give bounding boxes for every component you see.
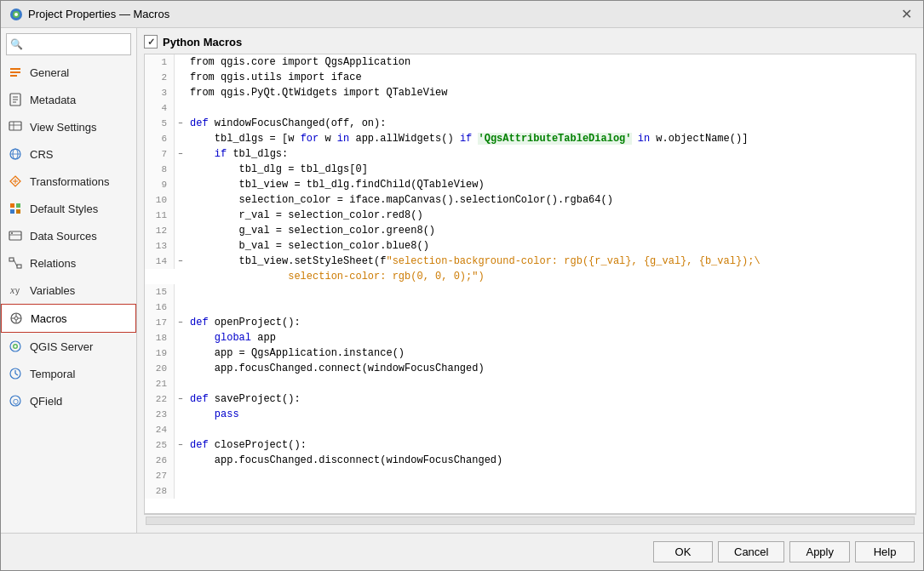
line-num-14: 14 [145,254,175,269]
code-line-1: 1 from qgis.core import QgsApplication [145,54,915,70]
code-text-18: global app [187,330,276,345]
code-text-9: tbl_view = tbl_dlg.findChild(QTableView) [187,177,485,192]
code-line-27: 27 [145,468,915,483]
code-line-5: 5 – def windowFocusChanged(off, on): [145,116,915,131]
search-input[interactable] [26,38,127,50]
sidebar-item-variables[interactable]: xy Variables [1,277,136,304]
sidebar-item-relations[interactable]: Relations [1,249,136,277]
sidebar: 🔍 General Metadata View Set [1,28,137,533]
code-editor[interactable]: 1 from qgis.core import QgsApplication 2… [144,54,916,514]
line-num-20: 20 [145,361,175,376]
metadata-icon [8,92,23,107]
svg-point-29 [14,317,18,320]
line-num-18: 18 [145,330,175,345]
code-line-16: 16 [145,300,915,315]
code-line-23: 23 pass [145,407,915,422]
sidebar-item-metadata[interactable]: Metadata [1,86,136,113]
line-num-13: 13 [145,238,175,254]
code-text-23: pass [187,407,239,422]
main-content: ✓ Python Macros 1 from qgis.core import … [137,28,923,533]
qgis-server-icon [8,339,23,354]
h-scrollbar-area [144,514,916,526]
code-text-22: def saveProject(): [187,391,301,407]
arrow-7: – [175,146,187,162]
code-text-28 [187,483,196,499]
check-mark: ✓ [147,37,155,48]
code-text-1: from qgis.core import QgsApplication [187,54,410,70]
svg-rect-16 [10,203,14,208]
code-text-13: b_val = selection_color.blue8() [187,238,429,254]
sidebar-item-view-settings[interactable]: View Settings [1,113,136,140]
svg-rect-7 [9,122,21,130]
code-line-20: 20 app.focusChanged.connect(windowFocusC… [145,361,915,376]
line-num-16: 16 [145,300,175,315]
line-num-3: 3 [145,85,175,100]
line-num-12: 12 [145,223,175,238]
default-styles-icon [8,201,23,216]
ok-button[interactable]: OK [653,541,713,562]
code-text-12: g_val = selection_color.green8() [187,223,435,238]
code-line-10: 10 selection_color = iface.mapCanvas().s… [145,192,915,208]
code-line-8: 8 tbl_dlg = tbl_dlgs[0] [145,162,915,177]
code-line-15: 15 [145,284,915,300]
panel-title: Python Macros [163,36,242,49]
sidebar-label-temporal: Temporal [30,368,75,380]
sidebar-item-temporal[interactable]: Temporal [1,360,136,387]
close-button[interactable]: ✕ [898,6,915,23]
sidebar-label-transformations: Transformations [30,175,109,188]
code-text-3: from qgis.PyQt.QtWidgets import QTableVi… [187,85,447,100]
svg-rect-18 [10,209,14,214]
code-text-11: r_val = selection_color.red8() [187,208,423,223]
python-macros-checkbox[interactable]: ✓ [144,35,158,49]
sidebar-item-crs[interactable]: CRS [1,140,136,168]
sidebar-item-qfield[interactable]: Q QField [1,387,136,414]
sidebar-item-default-styles[interactable]: Default Styles [1,195,136,222]
help-button[interactable]: Help [855,541,915,562]
code-text-21 [187,376,196,391]
project-properties-dialog: Project Properties — Macros ✕ 🔍 General [0,0,924,571]
relations-icon [8,255,23,271]
sidebar-item-macros[interactable]: Macros [1,304,136,333]
variables-icon: xy [8,283,23,298]
sidebar-item-transformations[interactable]: Transformations [1,168,136,195]
line-num-21: 21 [145,376,175,391]
code-text-15 [187,284,196,300]
svg-line-39 [15,374,18,375]
dialog-title: Project Properties — Macros [28,8,169,20]
line-num-10: 10 [145,192,175,208]
code-line-13: 13 b_val = selection_color.blue8() [145,238,915,254]
apply-button[interactable]: Apply [789,541,850,562]
line-num-27: 27 [145,468,175,483]
svg-rect-23 [9,258,14,261]
line-num-1: 1 [145,54,175,70]
title-bar: Project Properties — Macros ✕ [1,1,923,28]
code-line-2: 2 from qgis.utils import iface [145,70,915,85]
sidebar-item-qgis-server[interactable]: QGIS Server [1,333,136,360]
arrow-14: – [175,254,187,269]
sidebar-item-data-sources[interactable]: Data Sources [1,222,136,249]
title-bar-left: Project Properties — Macros [9,8,169,21]
arrow-17: – [175,315,187,330]
h-scrollbar[interactable] [146,517,915,525]
svg-point-2 [14,13,18,16]
code-text-10: selection_color = iface.mapCanvas().sele… [187,192,613,208]
code-line-9: 9 tbl_view = tbl_dlg.findChild(QTableVie… [145,177,915,192]
data-sources-icon [8,228,23,243]
cancel-button[interactable]: Cancel [718,541,784,562]
macros-icon [9,311,24,326]
line-num-9: 9 [145,177,175,192]
code-line-17: 17 – def openProject(): [145,315,915,330]
line-num-25: 25 [145,437,175,453]
svg-text:Q: Q [13,397,19,406]
svg-text:x: x [9,284,15,296]
code-text-20: app.focusChanged.connect(windowFocusChan… [187,361,485,376]
code-line-14: 14 – tbl_view.setStyleSheet(f"selection-… [145,254,915,269]
search-box[interactable]: 🔍 [6,33,131,55]
line-num-26: 26 [145,453,175,468]
sidebar-label-macros: Macros [31,312,67,325]
crs-icon [8,146,23,162]
line-num-6: 6 [145,131,175,146]
line-num-15: 15 [145,284,175,300]
sidebar-item-general[interactable]: General [1,59,136,86]
svg-rect-20 [9,231,21,240]
